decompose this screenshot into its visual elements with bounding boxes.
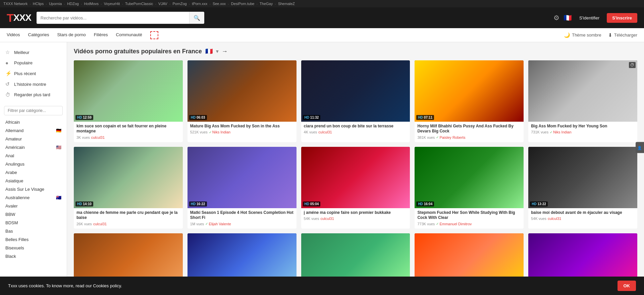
video-thumb-6: HD 14:10	[74, 147, 183, 208]
section-arrow-button[interactable]: →	[222, 48, 228, 55]
main-content: Vidéos porno gratuites populaires en Fra…	[67, 42, 644, 295]
video-thumb-1: HD 12:59	[74, 60, 183, 122]
section-flag: 🇫🇷	[205, 48, 213, 55]
cookie-ok-button[interactable]: OK	[618, 281, 636, 291]
category-americain[interactable]: Américain🇺🇸	[0, 143, 67, 152]
category-asiatique[interactable]: Asiatique	[0, 177, 67, 185]
nav-stars[interactable]: Stars de porno	[57, 28, 86, 42]
network-link-upornia[interactable]: Upornia	[49, 2, 62, 6]
video-card-1[interactable]: HD 12:59 kim suce son copain et se fait …	[74, 60, 183, 142]
signin-button[interactable]: S'identifier	[576, 13, 603, 22]
recent-icon: ⚡	[5, 70, 11, 76]
video-meta-3: 4K vues culcul31	[304, 130, 408, 134]
video-thumb-4: HD 07:11	[415, 60, 524, 122]
video-card-4[interactable]: HD 07:11 Horny Milf Bhabhi Gets Pussy An…	[415, 60, 524, 142]
network-link-desiporn[interactable]: DesiPorn.tube	[231, 2, 255, 6]
video-card-5[interactable]: ⏱ Big Ass Mom Fucked by Her Young Son 73…	[528, 60, 637, 142]
video-info-10: baise moi debout avant de m éjaculer au …	[528, 208, 637, 224]
sidebar-item-populaire[interactable]: ● Populaire	[0, 58, 67, 68]
video-badge-3: HD 11:32	[303, 115, 321, 120]
category-anulingus[interactable]: Anulingus	[0, 160, 67, 168]
clock-icon: ⏱	[5, 92, 11, 98]
video-title-4: Horny Milf Bhabhi Gets Pussy And Ass Fuc…	[417, 124, 521, 134]
channel-4[interactable]: ✓ Paisley Roberts	[436, 135, 465, 139]
network-link-shemalz[interactable]: ShemaleZ	[278, 2, 295, 6]
network-link-voyeurhit[interactable]: VoyeurHit	[104, 2, 120, 6]
nav-communaute[interactable]: Communauté	[116, 28, 142, 42]
signup-button[interactable]: S'inscrire	[607, 13, 637, 23]
channel-10[interactable]: culcul31	[548, 217, 561, 221]
popular-icon: ●	[5, 60, 11, 66]
nav-filieres[interactable]: Filières	[94, 28, 108, 42]
channel-7[interactable]: ✓ Elijah Valente	[205, 222, 231, 226]
theme-toggle[interactable]: 🌙 Thème sombre	[564, 32, 601, 38]
channel-3[interactable]: culcul31	[318, 130, 332, 134]
nav-categories[interactable]: Catégories	[28, 28, 49, 42]
network-link-seexxx[interactable]: See.xxx	[213, 2, 226, 6]
network-link-tpornxxx[interactable]: tPorn.xxx	[192, 2, 207, 6]
video-card-7[interactable]: HD 16:22 Matki Season 1 Episode 4 Hot Sc…	[187, 147, 297, 229]
category-amateur[interactable]: Amateur	[0, 135, 67, 143]
sidebar: ☆ Meilleur ● Populaire ⚡ Plus récent ↺ L…	[0, 42, 67, 295]
video-card-3[interactable]: HD 11:32 ciara prend un bon coup de bite…	[301, 60, 410, 142]
video-card-8[interactable]: HD 05:04 j améne ma copine faire son pre…	[301, 147, 410, 229]
category-bbw[interactable]: BBW	[0, 210, 67, 219]
language-flag[interactable]: 🇫🇷	[564, 14, 572, 22]
video-badge-1: HD 12:59	[75, 115, 93, 120]
download-link[interactable]: ⬇ Télécharger	[608, 32, 637, 38]
channel-5[interactable]: ✓ Niks Indian	[550, 130, 571, 134]
nav-videos[interactable]: Vidéos	[7, 28, 20, 42]
category-allemand[interactable]: Allemand🇩🇪	[0, 126, 67, 135]
channel-9[interactable]: ✓ Emmanuel Dimitrov	[436, 222, 472, 226]
video-card-10[interactable]: HD 13:22 baise moi debout avant de m éja…	[528, 147, 637, 229]
feedback-icon: 👤	[638, 145, 642, 150]
network-link-thegay[interactable]: TheGay	[260, 2, 273, 6]
channel-2[interactable]: ✓ Niks Indian	[209, 130, 230, 134]
chevron-down-icon[interactable]: ▾	[216, 49, 218, 54]
category-africain[interactable]: Africain	[0, 118, 67, 126]
video-card-6[interactable]: HD 14:10 ma chienne de femme me parle cr…	[74, 147, 183, 229]
video-title-1: kim suce son copain et se fait fourrer e…	[76, 124, 180, 134]
category-australienne[interactable]: Australienne🇦🇺	[0, 193, 67, 202]
category-black[interactable]: Black	[0, 252, 67, 260]
category-belles-filles[interactable]: Belles Filles	[0, 235, 67, 244]
video-info-8: j améne ma copine faire son premier bukk…	[301, 208, 410, 224]
category-filter-input[interactable]	[4, 106, 63, 115]
video-meta-5: 731K vues ✓ Niks Indian	[531, 130, 635, 134]
network-link-pornzog[interactable]: PornZog	[172, 2, 186, 6]
category-anal[interactable]: Anal	[0, 152, 67, 160]
network-link-vjav[interactable]: VJAV	[158, 2, 167, 6]
separator: -	[30, 2, 31, 6]
sidebar-item-history[interactable]: ↺ L'histoire montre	[0, 79, 67, 90]
category-assis-visage[interactable]: Assis Sur Le Visage	[0, 185, 67, 193]
network-link-hdzog[interactable]: HDZog	[67, 2, 79, 6]
category-bdsm[interactable]: BDSM	[0, 219, 67, 227]
header-right: ⚙ 🇫🇷 S'identifier S'inscrire	[553, 13, 637, 23]
channel-6[interactable]: culcul31	[93, 222, 107, 226]
search-input[interactable]	[37, 12, 189, 24]
category-avaler[interactable]: Avaler	[0, 202, 67, 210]
feedback-tab[interactable]: 👤	[636, 142, 644, 153]
star-icon: ☆	[5, 49, 11, 55]
logo[interactable]: T XXX	[7, 11, 31, 24]
search-button[interactable]: 🔍	[189, 12, 204, 24]
video-card-2[interactable]: HD 06:03 Mature Big Ass Mom Fucked by So…	[187, 60, 297, 142]
video-badge-9: HD 16:04	[416, 201, 434, 206]
network-link-tubepornclassic[interactable]: TubePornClassic	[125, 2, 153, 6]
video-card-9[interactable]: HD 16:04 Stepmom Fucked Her Son While St…	[415, 147, 524, 229]
settings-icon[interactable]: ⚙	[553, 14, 559, 22]
sidebar-item-watchlater[interactable]: ⏱ Regarder plus tard	[0, 90, 67, 100]
category-arabe[interactable]: Arabe	[0, 168, 67, 177]
sidebar-item-meilleur[interactable]: ☆ Meilleur	[0, 47, 67, 58]
video-title-6: ma chienne de femme me parle cru pendant…	[76, 210, 180, 221]
video-meta-2: 521K vues ✓ Niks Indian	[190, 130, 294, 134]
network-link-hclips[interactable]: HClips	[33, 2, 44, 6]
video-info-7: Matki Season 1 Episode 4 Hot Scenes Comp…	[187, 208, 297, 229]
network-link-hotmovs[interactable]: HotMovs	[84, 2, 99, 6]
channel-1[interactable]: culcul31	[91, 135, 105, 139]
category-bas[interactable]: Bas	[0, 227, 67, 235]
category-bisexuels[interactable]: Bisexuels	[0, 244, 67, 252]
nav-links: Vidéos Catégories Stars de porno Filière…	[7, 28, 564, 42]
sidebar-item-recent[interactable]: ⚡ Plus récent	[0, 68, 67, 79]
channel-8[interactable]: culcul31	[320, 217, 334, 221]
